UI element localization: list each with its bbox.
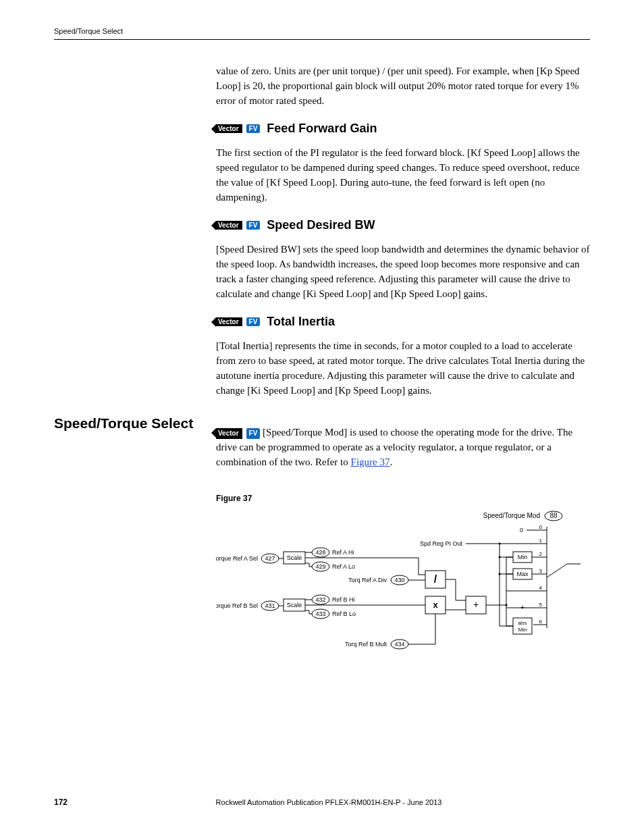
param-428: 428 (315, 549, 325, 556)
param-88: 88 (549, 512, 558, 519)
fv-badge: FV (246, 221, 261, 230)
total-inertia-body: [Total Inertia] represents the time in s… (216, 339, 590, 398)
fv-badge: FV (246, 124, 261, 133)
fv-badge: FV (246, 428, 261, 440)
svg-text:+: + (520, 603, 525, 611)
svg-text:2: 2 (539, 551, 543, 557)
svg-text:Ref B Hi: Ref B Hi (332, 596, 355, 603)
heading-total-inertia: Vector FV Total Inertia (216, 315, 590, 329)
vector-badge: Vector (216, 317, 242, 326)
svg-text:Max: Max (516, 571, 529, 577)
param-434: 434 (394, 641, 404, 648)
svg-text:5: 5 (539, 602, 543, 608)
svg-text:0: 0 (539, 524, 543, 530)
svg-point-35 (498, 573, 500, 575)
param-431: 431 (265, 602, 275, 609)
vector-badge: Vector (216, 221, 242, 230)
heading-speed-torque-select: Speed/Torque Select (54, 415, 204, 432)
heading-text: Speed Desired BW (267, 218, 375, 232)
svg-text:Ref A Hi: Ref A Hi (332, 549, 354, 556)
publication-info: Rockwell Automation Publication PFLEX-RM… (68, 798, 590, 806)
svg-text:3: 3 (539, 568, 543, 574)
speed-desired-bw-body: [Speed Desired BW] sets the speed loop b… (216, 242, 590, 301)
page-number: 172 (54, 798, 68, 807)
body-text-before-link: [Speed/Torque Mod] is used to choose the… (216, 427, 572, 467)
svg-text:0: 0 (520, 527, 523, 533)
feed-forward-body: The first section of the PI regulator is… (216, 146, 590, 205)
svg-text:1: 1 (539, 538, 543, 544)
svg-text:Ref B Lo: Ref B Lo (332, 610, 356, 617)
svg-line-17 (547, 564, 567, 577)
vector-badge: Vector (216, 428, 242, 440)
divide-block: / (434, 573, 437, 585)
mult-block: x (433, 600, 438, 610)
heading-text: Feed Forward Gain (267, 122, 377, 136)
intro-paragraph: value of zero. Units are (per unit torqu… (216, 64, 590, 108)
label-spd-reg-pi-out: Spd Reg PI Out (420, 540, 463, 547)
label-torq-ref-b-mult: Torq Ref B Mult (345, 641, 387, 648)
body-text-after-link: . (390, 457, 392, 467)
param-427: 427 (265, 555, 275, 562)
param-432: 432 (315, 596, 325, 603)
running-header: Speed/Torque Select (54, 27, 590, 35)
figure-label: Figure 37 (216, 494, 590, 503)
heading-feed-forward: Vector FV Feed Forward Gain (216, 122, 590, 136)
heading-text: Total Inertia (267, 315, 335, 329)
heading-speed-desired-bw: Vector FV Speed Desired BW (216, 218, 590, 232)
svg-text:6: 6 (539, 619, 543, 625)
svg-point-33 (498, 542, 500, 544)
label-torq-ref-a-div: Torq Ref A Div (348, 577, 387, 583)
svg-text:abs: abs (518, 620, 527, 626)
svg-text:Ref A Lo: Ref A Lo (332, 563, 355, 570)
param-430: 430 (394, 577, 404, 583)
figure-37: Speed/Torque Mod 88 0 0 1 Spd Reg PI Out (216, 510, 590, 661)
sum-block: + (473, 599, 479, 610)
vector-badge: Vector (216, 124, 242, 133)
figure-link[interactable]: Figure 37 (351, 457, 390, 467)
svg-point-34 (498, 556, 500, 558)
svg-text:Scale: Scale (287, 602, 302, 608)
param-433: 433 (315, 610, 325, 617)
fv-badge: FV (246, 317, 261, 326)
label-torque-ref-a-sel: Torque Ref A Sel (216, 555, 258, 562)
param-429: 429 (315, 563, 325, 570)
header-rule (54, 39, 590, 40)
svg-text:Scale: Scale (287, 554, 302, 561)
svg-point-43 (505, 604, 507, 606)
svg-text:Min: Min (518, 627, 527, 633)
label-speed-torque-mod: Speed/Torque Mod (483, 512, 540, 519)
svg-text:4: 4 (539, 585, 543, 591)
speed-torque-select-body: Vector FV [Speed/Torque Mod] is used to … (216, 425, 590, 469)
label-torque-ref-b-sel: Torque Ref B Sel (216, 602, 258, 609)
svg-text:Min: Min (518, 554, 528, 561)
